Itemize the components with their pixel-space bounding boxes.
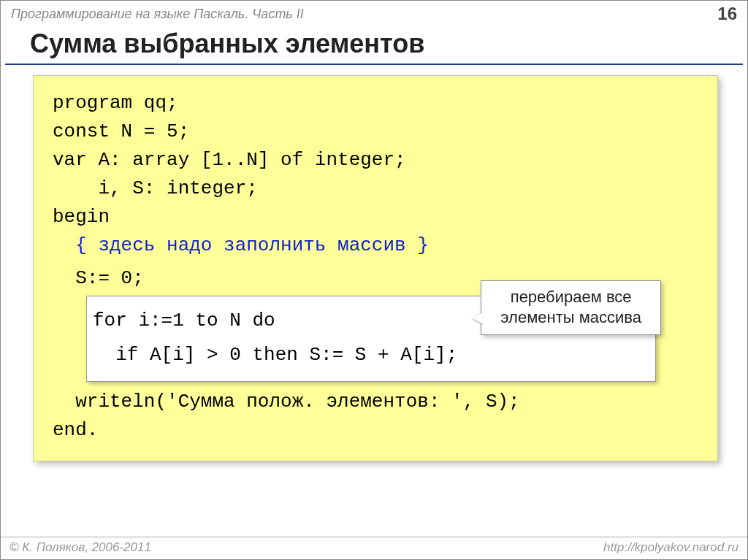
code-line: writeln('Сумма полож. элементов: ', S); <box>53 388 701 416</box>
code-line: var A: array [1..N] of integer; <box>53 146 701 174</box>
slide-title: Сумма выбранных элементов <box>5 26 743 65</box>
course-title: Программирование на языке Паскаль. Часть… <box>11 7 304 22</box>
code-box: program qq; const N = 5; var A: array [1… <box>33 75 718 461</box>
code-comment: { здесь надо заполнить массив } <box>53 231 701 260</box>
code-line: const N = 5; <box>53 118 701 146</box>
page-number: 16 <box>717 4 737 24</box>
footer-copyright: © К. Поляков, 2006-2011 <box>9 540 151 555</box>
callout-line: элементы массива <box>500 307 641 328</box>
code-line: program qq; <box>53 89 701 118</box>
code-line: if A[i] > 0 then S:= S + A[i]; <box>93 338 645 372</box>
callout-pointer-icon <box>473 312 483 324</box>
code-line: i, S: integer; <box>53 174 701 203</box>
header-bar: Программирование на языке Паскаль. Часть… <box>1 1 747 26</box>
code-line: begin <box>53 203 701 231</box>
callout-line: перебираем все <box>500 287 641 307</box>
callout-box: перебираем все элементы массива <box>481 280 661 335</box>
footer-bar: © К. Поляков, 2006-2011 http://kpolyakov… <box>1 537 747 559</box>
code-line: end. <box>53 416 701 445</box>
footer-url: http://kpolyakov.narod.ru <box>603 540 739 555</box>
loop-highlight-box: for i:=1 to N do if A[i] > 0 then S:= S … <box>86 296 656 382</box>
